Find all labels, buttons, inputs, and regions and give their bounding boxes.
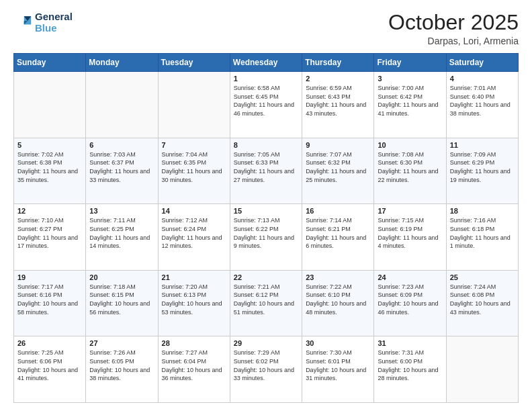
- day-number: 7: [162, 141, 226, 149]
- day-number: 13: [89, 207, 154, 215]
- calendar-cell-5: 5Sunrise: 7:02 AMSunset: 6:38 PMDaylight…: [14, 138, 86, 204]
- day-info: Sunrise: 7:23 AMSunset: 6:09 PMDaylight:…: [378, 283, 442, 316]
- day-info: Sunrise: 7:12 AMSunset: 6:24 PMDaylight:…: [162, 216, 226, 250]
- calendar-cell-10: 10Sunrise: 7:08 AMSunset: 6:30 PMDayligh…: [374, 138, 446, 204]
- day-number: 16: [306, 207, 370, 215]
- day-info: Sunrise: 7:17 AMSunset: 6:16 PMDaylight:…: [17, 283, 82, 316]
- calendar-cell-13: 13Sunrise: 7:11 AMSunset: 6:25 PMDayligh…: [86, 204, 158, 271]
- calendar-header-saturday: Saturday: [446, 54, 518, 72]
- calendar-week-3: 19Sunrise: 7:17 AMSunset: 6:16 PMDayligh…: [14, 270, 519, 336]
- day-number: 12: [17, 207, 82, 215]
- calendar-cell-12: 12Sunrise: 7:10 AMSunset: 6:27 PMDayligh…: [14, 204, 86, 271]
- calendar-cell-empty: [14, 72, 86, 138]
- calendar-table: SundayMondayTuesdayWednesdayThursdayFrid…: [13, 53, 519, 403]
- day-number: 10: [378, 141, 442, 149]
- day-info: Sunrise: 6:58 AMSunset: 6:45 PMDaylight:…: [234, 84, 298, 118]
- calendar-cell-20: 20Sunrise: 7:18 AMSunset: 6:15 PMDayligh…: [86, 270, 158, 336]
- calendar-header-row: SundayMondayTuesdayWednesdayThursdayFrid…: [14, 54, 519, 72]
- day-info: Sunrise: 7:09 AMSunset: 6:29 PMDaylight:…: [450, 150, 515, 184]
- day-info: Sunrise: 7:20 AMSunset: 6:13 PMDaylight:…: [162, 283, 226, 316]
- calendar-cell-empty: [446, 336, 518, 403]
- day-number: 5: [17, 141, 82, 149]
- day-info: Sunrise: 7:31 AMSunset: 6:00 PMDaylight:…: [378, 349, 442, 382]
- day-number: 4: [450, 75, 515, 83]
- calendar-cell-17: 17Sunrise: 7:15 AMSunset: 6:19 PMDayligh…: [374, 204, 446, 271]
- day-number: 24: [378, 273, 442, 281]
- calendar-cell-25: 25Sunrise: 7:24 AMSunset: 6:08 PMDayligh…: [446, 270, 518, 336]
- calendar-cell-29: 29Sunrise: 7:29 AMSunset: 6:02 PMDayligh…: [230, 336, 302, 403]
- day-number: 6: [89, 141, 154, 149]
- logo: General Blue: [13, 11, 73, 34]
- calendar-cell-14: 14Sunrise: 7:12 AMSunset: 6:24 PMDayligh…: [158, 204, 230, 271]
- day-number: 19: [17, 273, 82, 281]
- day-info: Sunrise: 7:15 AMSunset: 6:19 PMDaylight:…: [378, 216, 442, 250]
- title-block: October 2025 Darpas, Lori, Armenia: [388, 11, 519, 46]
- month-title: October 2025: [388, 11, 519, 34]
- calendar-cell-6: 6Sunrise: 7:03 AMSunset: 6:37 PMDaylight…: [86, 138, 158, 204]
- header: General Blue October 2025 Darpas, Lori, …: [13, 11, 519, 46]
- day-info: Sunrise: 7:05 AMSunset: 6:33 PMDaylight:…: [234, 150, 298, 184]
- day-number: 15: [234, 207, 298, 215]
- day-info: Sunrise: 7:00 AMSunset: 6:42 PMDaylight:…: [378, 84, 442, 118]
- day-info: Sunrise: 7:30 AMSunset: 6:01 PMDaylight:…: [306, 349, 370, 382]
- calendar-header-wednesday: Wednesday: [230, 54, 302, 72]
- day-number: 3: [378, 75, 442, 83]
- day-info: Sunrise: 7:27 AMSunset: 6:04 PMDaylight:…: [162, 349, 226, 382]
- day-number: 31: [378, 339, 442, 347]
- calendar-cell-2: 2Sunrise: 6:59 AMSunset: 6:43 PMDaylight…: [302, 72, 374, 138]
- day-number: 14: [162, 207, 226, 215]
- calendar-header-friday: Friday: [374, 54, 446, 72]
- day-number: 8: [234, 141, 298, 149]
- day-info: Sunrise: 7:01 AMSunset: 6:40 PMDaylight:…: [450, 84, 515, 118]
- day-info: Sunrise: 7:14 AMSunset: 6:21 PMDaylight:…: [306, 216, 370, 250]
- day-info: Sunrise: 7:10 AMSunset: 6:27 PMDaylight:…: [17, 216, 82, 250]
- day-number: 27: [89, 339, 154, 347]
- calendar-header-thursday: Thursday: [302, 54, 374, 72]
- day-number: 21: [162, 273, 226, 281]
- calendar-cell-4: 4Sunrise: 7:01 AMSunset: 6:40 PMDaylight…: [446, 72, 518, 138]
- calendar-week-0: 1Sunrise: 6:58 AMSunset: 6:45 PMDaylight…: [14, 72, 519, 138]
- calendar-week-2: 12Sunrise: 7:10 AMSunset: 6:27 PMDayligh…: [14, 204, 519, 271]
- calendar-cell-18: 18Sunrise: 7:16 AMSunset: 6:18 PMDayligh…: [446, 204, 518, 271]
- calendar-cell-26: 26Sunrise: 7:25 AMSunset: 6:06 PMDayligh…: [14, 336, 86, 403]
- day-info: Sunrise: 7:16 AMSunset: 6:18 PMDaylight:…: [450, 216, 515, 250]
- location-title: Darpas, Lori, Armenia: [388, 36, 519, 46]
- calendar-cell-22: 22Sunrise: 7:21 AMSunset: 6:12 PMDayligh…: [230, 270, 302, 336]
- day-info: Sunrise: 7:22 AMSunset: 6:10 PMDaylight:…: [306, 283, 370, 316]
- day-number: 1: [234, 75, 298, 83]
- calendar-cell-28: 28Sunrise: 7:27 AMSunset: 6:04 PMDayligh…: [158, 336, 230, 403]
- calendar-cell-21: 21Sunrise: 7:20 AMSunset: 6:13 PMDayligh…: [158, 270, 230, 336]
- calendar-cell-19: 19Sunrise: 7:17 AMSunset: 6:16 PMDayligh…: [14, 270, 86, 336]
- day-info: Sunrise: 7:25 AMSunset: 6:06 PMDaylight:…: [17, 349, 82, 382]
- logo-text: General Blue: [35, 11, 73, 34]
- day-info: Sunrise: 7:04 AMSunset: 6:35 PMDaylight:…: [162, 150, 226, 184]
- logo-icon: [13, 13, 32, 32]
- day-info: Sunrise: 7:08 AMSunset: 6:30 PMDaylight:…: [378, 150, 442, 184]
- calendar-cell-16: 16Sunrise: 7:14 AMSunset: 6:21 PMDayligh…: [302, 204, 374, 271]
- day-number: 20: [89, 273, 154, 281]
- day-number: 23: [306, 273, 370, 281]
- calendar-cell-11: 11Sunrise: 7:09 AMSunset: 6:29 PMDayligh…: [446, 138, 518, 204]
- day-info: Sunrise: 7:29 AMSunset: 6:02 PMDaylight:…: [234, 349, 298, 382]
- day-info: Sunrise: 7:11 AMSunset: 6:25 PMDaylight:…: [89, 216, 154, 250]
- page: General Blue October 2025 Darpas, Lori, …: [0, 0, 532, 411]
- calendar-cell-31: 31Sunrise: 7:31 AMSunset: 6:00 PMDayligh…: [374, 336, 446, 403]
- day-info: Sunrise: 7:02 AMSunset: 6:38 PMDaylight:…: [17, 150, 82, 184]
- day-number: 2: [306, 75, 370, 83]
- calendar-cell-3: 3Sunrise: 7:00 AMSunset: 6:42 PMDaylight…: [374, 72, 446, 138]
- calendar-cell-7: 7Sunrise: 7:04 AMSunset: 6:35 PMDaylight…: [158, 138, 230, 204]
- calendar-header-tuesday: Tuesday: [158, 54, 230, 72]
- day-info: Sunrise: 6:59 AMSunset: 6:43 PMDaylight:…: [306, 84, 370, 118]
- day-info: Sunrise: 7:24 AMSunset: 6:08 PMDaylight:…: [450, 283, 515, 316]
- calendar-cell-8: 8Sunrise: 7:05 AMSunset: 6:33 PMDaylight…: [230, 138, 302, 204]
- day-number: 26: [17, 339, 82, 347]
- day-number: 28: [162, 339, 226, 347]
- day-number: 30: [306, 339, 370, 347]
- day-info: Sunrise: 7:21 AMSunset: 6:12 PMDaylight:…: [234, 283, 298, 316]
- day-number: 29: [234, 339, 298, 347]
- day-number: 25: [450, 273, 515, 281]
- day-number: 18: [450, 207, 515, 215]
- calendar-cell-23: 23Sunrise: 7:22 AMSunset: 6:10 PMDayligh…: [302, 270, 374, 336]
- calendar-cell-27: 27Sunrise: 7:26 AMSunset: 6:05 PMDayligh…: [86, 336, 158, 403]
- calendar-header-monday: Monday: [86, 54, 158, 72]
